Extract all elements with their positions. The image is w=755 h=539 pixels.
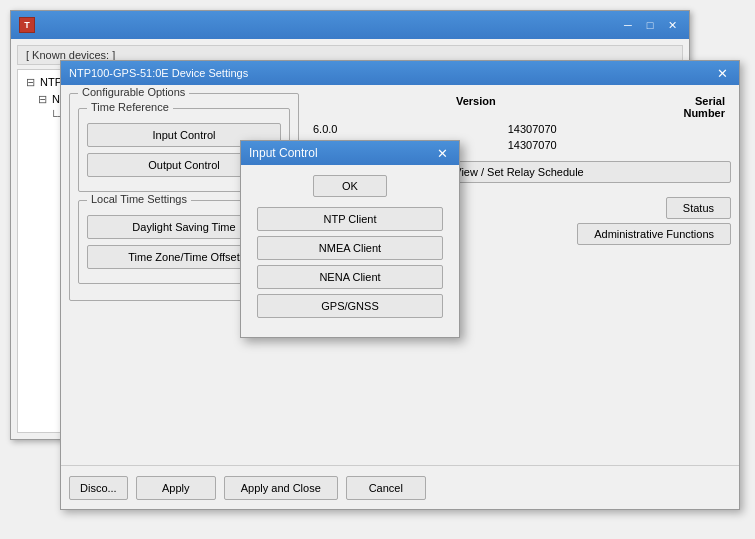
dialog-overlay: Input Control ✕ OK NTP Client NMEA Clien… <box>0 0 755 539</box>
input-control-dialog: Input Control ✕ OK NTP Client NMEA Clien… <box>240 140 460 338</box>
ok-button[interactable]: OK <box>313 175 387 197</box>
dialog-titlebar: Input Control ✕ <box>241 141 459 165</box>
gps-gnss-button[interactable]: GPS/GNSS <box>257 294 443 318</box>
dialog-title: Input Control <box>249 146 318 160</box>
ok-btn-row: OK <box>257 175 443 197</box>
nena-client-button[interactable]: NENA Client <box>257 265 443 289</box>
dialog-content: OK NTP Client NMEA Client NENA Client GP… <box>241 165 459 337</box>
nmea-client-button[interactable]: NMEA Client <box>257 236 443 260</box>
dialog-close-button[interactable]: ✕ <box>433 145 451 161</box>
ntp-client-button[interactable]: NTP Client <box>257 207 443 231</box>
